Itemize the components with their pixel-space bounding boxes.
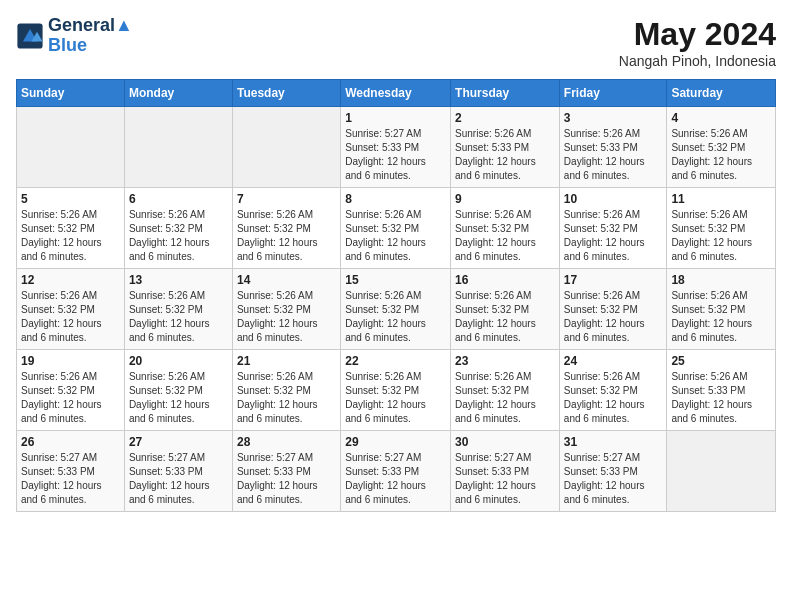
- day-number: 31: [564, 435, 663, 449]
- day-info: Sunrise: 5:26 AM Sunset: 5:32 PM Dayligh…: [237, 208, 336, 264]
- day-number: 19: [21, 354, 120, 368]
- day-number: 29: [345, 435, 446, 449]
- calendar-cell: 5Sunrise: 5:26 AM Sunset: 5:32 PM Daylig…: [17, 188, 125, 269]
- calendar-cell: 10Sunrise: 5:26 AM Sunset: 5:32 PM Dayli…: [559, 188, 667, 269]
- calendar-cell: 13Sunrise: 5:26 AM Sunset: 5:32 PM Dayli…: [124, 269, 232, 350]
- day-info: Sunrise: 5:26 AM Sunset: 5:32 PM Dayligh…: [671, 208, 771, 264]
- weekday-header-monday: Monday: [124, 80, 232, 107]
- calendar-cell: 27Sunrise: 5:27 AM Sunset: 5:33 PM Dayli…: [124, 431, 232, 512]
- day-info: Sunrise: 5:26 AM Sunset: 5:32 PM Dayligh…: [129, 208, 228, 264]
- logo: General▲ Blue: [16, 16, 133, 56]
- calendar-cell: 1Sunrise: 5:27 AM Sunset: 5:33 PM Daylig…: [341, 107, 451, 188]
- location: Nangah Pinoh, Indonesia: [619, 53, 776, 69]
- day-info: Sunrise: 5:26 AM Sunset: 5:32 PM Dayligh…: [21, 370, 120, 426]
- day-number: 3: [564, 111, 663, 125]
- day-number: 5: [21, 192, 120, 206]
- weekday-header-wednesday: Wednesday: [341, 80, 451, 107]
- calendar-cell: 6Sunrise: 5:26 AM Sunset: 5:32 PM Daylig…: [124, 188, 232, 269]
- day-number: 30: [455, 435, 555, 449]
- day-number: 10: [564, 192, 663, 206]
- calendar-cell: 30Sunrise: 5:27 AM Sunset: 5:33 PM Dayli…: [451, 431, 560, 512]
- day-info: Sunrise: 5:26 AM Sunset: 5:32 PM Dayligh…: [21, 289, 120, 345]
- day-info: Sunrise: 5:26 AM Sunset: 5:32 PM Dayligh…: [129, 289, 228, 345]
- calendar-cell: 16Sunrise: 5:26 AM Sunset: 5:32 PM Dayli…: [451, 269, 560, 350]
- day-info: Sunrise: 5:26 AM Sunset: 5:33 PM Dayligh…: [671, 370, 771, 426]
- calendar-week-4: 19Sunrise: 5:26 AM Sunset: 5:32 PM Dayli…: [17, 350, 776, 431]
- day-number: 6: [129, 192, 228, 206]
- calendar-cell: 17Sunrise: 5:26 AM Sunset: 5:32 PM Dayli…: [559, 269, 667, 350]
- day-info: Sunrise: 5:26 AM Sunset: 5:33 PM Dayligh…: [455, 127, 555, 183]
- day-number: 28: [237, 435, 336, 449]
- day-number: 22: [345, 354, 446, 368]
- calendar-cell: 31Sunrise: 5:27 AM Sunset: 5:33 PM Dayli…: [559, 431, 667, 512]
- day-number: 15: [345, 273, 446, 287]
- weekday-header-saturday: Saturday: [667, 80, 776, 107]
- calendar-cell: 24Sunrise: 5:26 AM Sunset: 5:32 PM Dayli…: [559, 350, 667, 431]
- day-number: 25: [671, 354, 771, 368]
- day-number: 27: [129, 435, 228, 449]
- logo-icon: [16, 22, 44, 50]
- day-info: Sunrise: 5:26 AM Sunset: 5:32 PM Dayligh…: [237, 370, 336, 426]
- day-info: Sunrise: 5:26 AM Sunset: 5:32 PM Dayligh…: [564, 289, 663, 345]
- day-info: Sunrise: 5:27 AM Sunset: 5:33 PM Dayligh…: [21, 451, 120, 507]
- calendar-cell: 4Sunrise: 5:26 AM Sunset: 5:32 PM Daylig…: [667, 107, 776, 188]
- day-info: Sunrise: 5:26 AM Sunset: 5:32 PM Dayligh…: [345, 370, 446, 426]
- calendar-cell: 28Sunrise: 5:27 AM Sunset: 5:33 PM Dayli…: [232, 431, 340, 512]
- page-header: General▲ Blue May 2024 Nangah Pinoh, Ind…: [16, 16, 776, 69]
- calendar-cell: 23Sunrise: 5:26 AM Sunset: 5:32 PM Dayli…: [451, 350, 560, 431]
- day-number: 7: [237, 192, 336, 206]
- calendar-week-3: 12Sunrise: 5:26 AM Sunset: 5:32 PM Dayli…: [17, 269, 776, 350]
- calendar-cell: [232, 107, 340, 188]
- day-number: 16: [455, 273, 555, 287]
- day-number: 20: [129, 354, 228, 368]
- day-number: 2: [455, 111, 555, 125]
- calendar-week-2: 5Sunrise: 5:26 AM Sunset: 5:32 PM Daylig…: [17, 188, 776, 269]
- calendar-cell: 21Sunrise: 5:26 AM Sunset: 5:32 PM Dayli…: [232, 350, 340, 431]
- day-info: Sunrise: 5:26 AM Sunset: 5:32 PM Dayligh…: [345, 208, 446, 264]
- day-number: 9: [455, 192, 555, 206]
- day-number: 1: [345, 111, 446, 125]
- calendar-cell: 19Sunrise: 5:26 AM Sunset: 5:32 PM Dayli…: [17, 350, 125, 431]
- weekday-header-sunday: Sunday: [17, 80, 125, 107]
- day-info: Sunrise: 5:26 AM Sunset: 5:32 PM Dayligh…: [564, 208, 663, 264]
- day-number: 11: [671, 192, 771, 206]
- calendar-cell: [17, 107, 125, 188]
- title-block: May 2024 Nangah Pinoh, Indonesia: [619, 16, 776, 69]
- day-info: Sunrise: 5:26 AM Sunset: 5:32 PM Dayligh…: [455, 289, 555, 345]
- day-number: 8: [345, 192, 446, 206]
- logo-text: General▲ Blue: [48, 16, 133, 56]
- day-info: Sunrise: 5:26 AM Sunset: 5:32 PM Dayligh…: [671, 127, 771, 183]
- calendar-cell: 25Sunrise: 5:26 AM Sunset: 5:33 PM Dayli…: [667, 350, 776, 431]
- day-info: Sunrise: 5:26 AM Sunset: 5:32 PM Dayligh…: [345, 289, 446, 345]
- weekday-header-friday: Friday: [559, 80, 667, 107]
- calendar-cell: 7Sunrise: 5:26 AM Sunset: 5:32 PM Daylig…: [232, 188, 340, 269]
- day-number: 24: [564, 354, 663, 368]
- day-number: 13: [129, 273, 228, 287]
- day-info: Sunrise: 5:26 AM Sunset: 5:32 PM Dayligh…: [237, 289, 336, 345]
- day-info: Sunrise: 5:27 AM Sunset: 5:33 PM Dayligh…: [345, 451, 446, 507]
- day-info: Sunrise: 5:26 AM Sunset: 5:32 PM Dayligh…: [21, 208, 120, 264]
- calendar-cell: 29Sunrise: 5:27 AM Sunset: 5:33 PM Dayli…: [341, 431, 451, 512]
- day-number: 4: [671, 111, 771, 125]
- day-number: 18: [671, 273, 771, 287]
- day-info: Sunrise: 5:26 AM Sunset: 5:32 PM Dayligh…: [564, 370, 663, 426]
- calendar-cell: 20Sunrise: 5:26 AM Sunset: 5:32 PM Dayli…: [124, 350, 232, 431]
- calendar-cell: [667, 431, 776, 512]
- calendar-week-1: 1Sunrise: 5:27 AM Sunset: 5:33 PM Daylig…: [17, 107, 776, 188]
- day-info: Sunrise: 5:26 AM Sunset: 5:33 PM Dayligh…: [564, 127, 663, 183]
- day-info: Sunrise: 5:26 AM Sunset: 5:32 PM Dayligh…: [455, 370, 555, 426]
- day-info: Sunrise: 5:27 AM Sunset: 5:33 PM Dayligh…: [129, 451, 228, 507]
- calendar-table: SundayMondayTuesdayWednesdayThursdayFrid…: [16, 79, 776, 512]
- day-number: 14: [237, 273, 336, 287]
- day-number: 17: [564, 273, 663, 287]
- day-info: Sunrise: 5:26 AM Sunset: 5:32 PM Dayligh…: [129, 370, 228, 426]
- calendar-cell: 3Sunrise: 5:26 AM Sunset: 5:33 PM Daylig…: [559, 107, 667, 188]
- day-number: 12: [21, 273, 120, 287]
- calendar-cell: 9Sunrise: 5:26 AM Sunset: 5:32 PM Daylig…: [451, 188, 560, 269]
- weekday-header-tuesday: Tuesday: [232, 80, 340, 107]
- calendar-cell: 11Sunrise: 5:26 AM Sunset: 5:32 PM Dayli…: [667, 188, 776, 269]
- day-number: 23: [455, 354, 555, 368]
- calendar-week-5: 26Sunrise: 5:27 AM Sunset: 5:33 PM Dayli…: [17, 431, 776, 512]
- day-info: Sunrise: 5:27 AM Sunset: 5:33 PM Dayligh…: [564, 451, 663, 507]
- calendar-cell: 18Sunrise: 5:26 AM Sunset: 5:32 PM Dayli…: [667, 269, 776, 350]
